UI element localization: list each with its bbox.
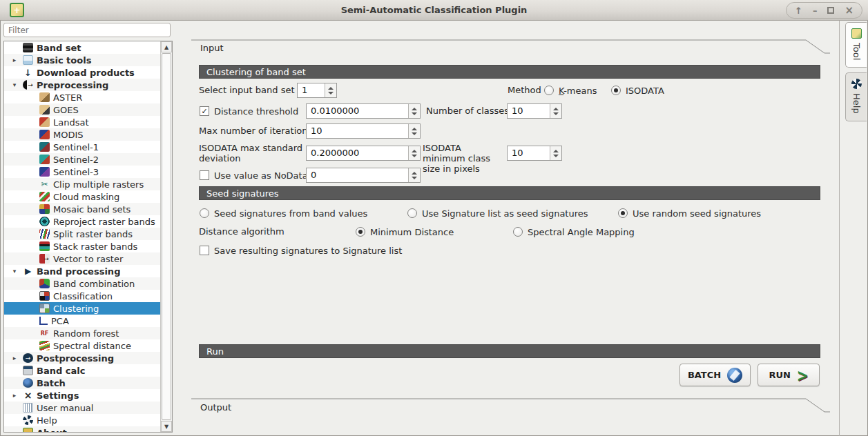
checkbox-icon[interactable]	[200, 246, 209, 255]
vector-to-raster-icon	[39, 254, 50, 264]
tree-item-reproject-raster-bands[interactable]: Reproject raster bands	[4, 215, 160, 228]
scrollbar-thumb[interactable]	[162, 53, 171, 420]
tree-item-band-processing[interactable]: ▾Band processing	[4, 265, 160, 277]
method-label: Method	[508, 83, 541, 98]
close-icon[interactable]: ×	[845, 6, 853, 16]
tree-item-classification[interactable]: Classification	[4, 290, 160, 302]
chevron-right-icon[interactable]: ▸	[10, 57, 19, 63]
tree-item-goes[interactable]: GOES	[4, 103, 160, 116]
tree-item-modis[interactable]: MODIS	[4, 128, 160, 141]
run-button[interactable]: RUN >	[758, 364, 820, 386]
radio-icon[interactable]	[356, 227, 365, 237]
dock-tab-strip: Tool Help	[845, 22, 867, 126]
tree-item-landsat[interactable]: Landsat	[4, 116, 160, 128]
tree-item-preprocessing[interactable]: ▾Preprocessing	[4, 79, 160, 91]
tree-item-sentinel-1[interactable]: Sentinel-1	[4, 141, 160, 153]
number-of-classes-spinbox[interactable]: 10	[507, 103, 562, 119]
radio-icon[interactable]	[611, 86, 621, 95]
radio-kmeans[interactable]: K-means	[544, 83, 597, 98]
tree-item-band-set[interactable]: Band set	[4, 41, 160, 54]
main-panel: Input Clustering of band set Select inpu…	[190, 21, 840, 436]
filter-input[interactable]	[3, 23, 171, 37]
stack-raster-bands-icon	[39, 241, 50, 251]
tree-item-download-products[interactable]: Download products	[4, 66, 160, 79]
tree-item-band-combination[interactable]: Band combination	[4, 277, 160, 290]
tree-item-basic-tools[interactable]: ▸Basic tools	[4, 54, 160, 66]
tree-item-label: Spectral distance	[53, 341, 131, 351]
chevron-down-icon[interactable]: ▾	[10, 268, 19, 275]
tree-item-split-raster-bands[interactable]: Split raster bands	[4, 228, 160, 240]
tree-item-label: Sentinel-2	[53, 155, 99, 165]
tree-item-sentinel-2[interactable]: Sentinel-2	[4, 153, 160, 166]
radio-icon[interactable]	[407, 208, 417, 218]
spinner-arrows-icon[interactable]	[550, 146, 561, 160]
tree-item-help[interactable]: Help	[4, 414, 160, 426]
tree-item-stack-raster-bands[interactable]: Stack raster bands	[4, 240, 160, 252]
spinner-arrows-icon[interactable]	[408, 124, 420, 138]
minimize-icon[interactable]: –	[813, 6, 818, 15]
tree-item-postprocessing[interactable]: ▸Postprocessing	[4, 352, 160, 364]
tree-item-random-forest[interactable]: Random forest	[4, 327, 160, 339]
radio-isodata[interactable]: ISODATA	[611, 83, 664, 98]
modis-icon	[39, 130, 50, 139]
radio-seed-signatures-from-band-values[interactable]: Seed signatures from band values	[200, 206, 367, 221]
radio-icon[interactable]	[513, 227, 523, 237]
save-signatures-checkbox[interactable]: Save resulting signatures to Signature l…	[200, 243, 402, 258]
spinner-arrows-icon[interactable]	[408, 146, 420, 160]
isodata-std-spinbox[interactable]: 0.2000000	[306, 146, 421, 161]
clustering-icon	[39, 304, 50, 313]
radio-minimum-distance[interactable]: Minimum Distance	[356, 224, 454, 239]
distance-threshold-checkbox[interactable]: Distance threshold	[200, 103, 298, 119]
tree-item-aster[interactable]: ASTER	[4, 91, 160, 103]
tree-item-pca[interactable]: PCA	[4, 315, 160, 327]
batch-button[interactable]: BATCH	[679, 364, 751, 386]
tree-item-label: Postprocessing	[37, 353, 114, 364]
tree-item-clustering[interactable]: Clustering	[4, 302, 160, 315]
tree-item-spectral-distance[interactable]: Spectral distance	[4, 339, 160, 352]
band-set-spinbox[interactable]: 1	[297, 83, 337, 98]
tree-item-cloud-masking[interactable]: Cloud masking	[4, 190, 160, 203]
tree-item-about[interactable]: About	[4, 426, 160, 432]
radio-icon[interactable]	[544, 86, 554, 95]
tree-item-batch[interactable]: Batch	[4, 377, 160, 389]
radio-use-signature-list-as-seed-signatures[interactable]: Use Signature list as seed signatures	[407, 206, 588, 221]
maximize-icon[interactable]	[827, 7, 834, 14]
tab-tool[interactable]: Tool	[845, 22, 867, 68]
tree-item-user-manual[interactable]: User manual	[4, 402, 160, 414]
spinner-arrows-icon[interactable]	[408, 168, 420, 182]
tree-item-vector-to-raster[interactable]: Vector to raster	[4, 252, 160, 265]
tree-item-clip-multiple-rasters[interactable]: Clip multiple rasters	[4, 178, 160, 190]
radio-icon[interactable]	[618, 208, 628, 218]
tree-item-label: Sentinel-3	[53, 167, 99, 177]
spinner-arrows-icon[interactable]	[325, 83, 336, 97]
radio-spectral-angle-mapping[interactable]: Spectral Angle Mapping	[513, 224, 635, 239]
chevron-right-icon[interactable]: ▸	[10, 392, 19, 399]
spinner-arrows-icon[interactable]	[408, 104, 420, 118]
chevron-right-icon[interactable]: ▸	[10, 355, 19, 361]
checkbox-icon[interactable]	[200, 106, 209, 116]
tree-item-mosaic-band-sets[interactable]: Mosaic band sets	[4, 203, 160, 215]
shade-icon[interactable]: ↑	[795, 6, 802, 15]
tree-item-label: Classification	[53, 291, 113, 301]
checkbox-icon[interactable]	[200, 170, 209, 180]
tab-help[interactable]: Help	[845, 72, 867, 121]
user-manual-icon	[23, 403, 33, 413]
spinner-arrows-icon[interactable]	[550, 104, 561, 118]
random-forest-icon	[39, 328, 50, 338]
distance-threshold-spinbox[interactable]: 0.0100000	[306, 103, 421, 119]
radio-icon[interactable]	[200, 208, 209, 218]
tree-item-settings[interactable]: ▸Settings	[4, 389, 160, 402]
tree-scrollbar[interactable]: ▲ ▼	[160, 41, 172, 432]
isodata-min-class-spinbox[interactable]: 10	[507, 146, 562, 161]
scroll-up-icon[interactable]: ▲	[161, 41, 172, 52]
tree-item-band-calc[interactable]: Band calc	[4, 364, 160, 377]
max-iterations-spinbox[interactable]: 10	[306, 123, 421, 139]
chevron-down-icon[interactable]: ▾	[10, 81, 19, 88]
radio-use-random-seed-signatures[interactable]: Use random seed signatures	[618, 206, 761, 221]
radio-label: Spectral Angle Mapping	[528, 227, 635, 237]
scroll-down-icon[interactable]: ▼	[161, 421, 172, 432]
nodata-checkbox[interactable]: Use value as NoData	[200, 168, 308, 183]
nodata-spinbox[interactable]: 0	[306, 168, 421, 183]
section-run-header: Run	[199, 344, 820, 358]
tree-item-sentinel-3[interactable]: Sentinel-3	[4, 166, 160, 178]
